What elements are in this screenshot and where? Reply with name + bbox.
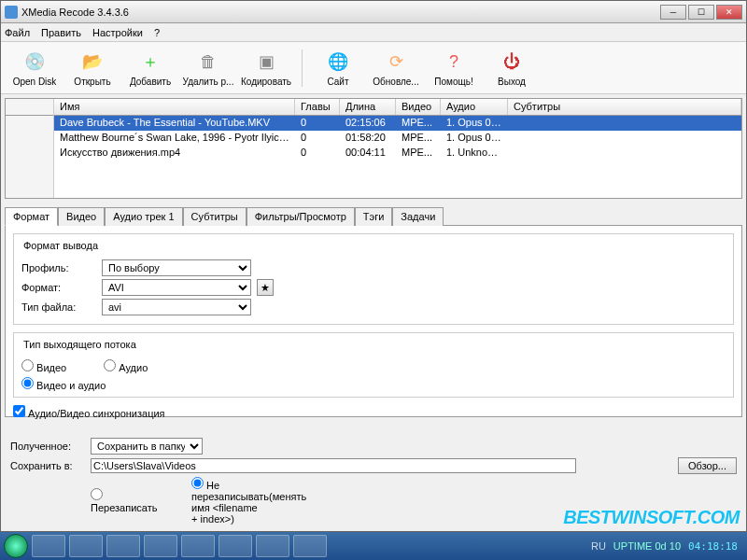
file-grid: Имя Главы Длина Видео Аудио Субтитры Dav…: [5, 98, 742, 199]
menu-file[interactable]: Файл: [5, 27, 30, 38]
profile-select[interactable]: По выбору: [102, 259, 251, 276]
profile-label: Профиль:: [21, 262, 96, 273]
toolbar-обновле...[interactable]: ⟳Обновле...: [370, 49, 422, 87]
toolbar-кодировать[interactable]: ▣Кодировать: [240, 49, 292, 87]
col-subs[interactable]: Субтитры: [508, 99, 741, 115]
toolbar-добавить[interactable]: ＋Добавить: [124, 49, 176, 87]
tab-3[interactable]: Субтитры: [183, 207, 247, 226]
grid-header: Имя Главы Длина Видео Аудио Субтитры: [54, 99, 741, 116]
taskbar-item[interactable]: [218, 535, 252, 557]
table-row[interactable]: Искусство движения.mp4000:04:11MPE...1. …: [54, 146, 741, 161]
tab-2[interactable]: Аудио трек 1: [105, 207, 182, 226]
tray-time: 04:18:18: [688, 540, 738, 553]
filetype-select[interactable]: avi: [102, 299, 251, 315]
maximize-button[interactable]: ☐: [688, 5, 714, 20]
favorite-button[interactable]: ★: [257, 279, 274, 296]
menubar: Файл Править Настройки ?: [1, 23, 746, 42]
tab-6[interactable]: Задачи: [392, 207, 444, 226]
tab-content-format: Формат вывода Профиль: По выбору Формат:…: [5, 225, 742, 417]
toolbar-удалить р...[interactable]: 🗑Удалить р...: [182, 49, 234, 87]
browse-button[interactable]: Обзор...: [678, 457, 737, 474]
tray-lang[interactable]: RU: [591, 540, 606, 552]
close-button[interactable]: ✕: [716, 5, 742, 20]
radio-both[interactable]: Видео и аудио: [21, 380, 106, 391]
taskbar-item[interactable]: [181, 535, 215, 557]
menu-edit[interactable]: Править: [41, 27, 81, 38]
window-title: XMedia Recode 3.4.3.6: [21, 7, 660, 18]
menu-settings[interactable]: Настройки: [92, 27, 143, 38]
taskbar-item[interactable]: [106, 535, 140, 557]
toolbar-выход[interactable]: ⏻Выход: [486, 49, 538, 87]
radio-no-overwrite[interactable]: Не перезаписывать(менять имя <filename +…: [191, 477, 266, 525]
taskbar-item[interactable]: [293, 535, 327, 557]
col-chapters[interactable]: Главы: [295, 99, 340, 115]
tab-4[interactable]: Фильтры/Просмотр: [247, 207, 355, 226]
taskbar-item[interactable]: [256, 535, 289, 557]
toolbar: 💿Open Disk📂Открыть＋Добавить🗑Удалить р...…: [1, 42, 746, 94]
tab-5[interactable]: Тэги: [355, 207, 393, 226]
saveto-label: Сохранить в:: [10, 460, 85, 471]
radio-overwrite[interactable]: Перезаписать: [91, 488, 165, 513]
saveto-input[interactable]: [91, 458, 576, 473]
menu-help[interactable]: ?: [154, 27, 160, 38]
toolbar-открыть[interactable]: 📂Открыть: [66, 49, 119, 87]
start-orb[interactable]: [4, 534, 28, 558]
minimize-button[interactable]: ─: [660, 5, 686, 20]
radio-audio[interactable]: Аудио: [104, 359, 148, 373]
taskbar-item[interactable]: [32, 535, 65, 557]
toolbar-помощь![interactable]: ?Помощь!: [428, 49, 480, 87]
taskbar-item[interactable]: [69, 535, 103, 557]
stream-type-legend: Тип выходящего потока: [21, 339, 138, 350]
filetype-label: Тип файла:: [21, 301, 96, 313]
toolbar-open disk[interactable]: 💿Open Disk: [8, 49, 61, 87]
watermark: BESTWINSOFT.COM: [563, 507, 740, 528]
taskbar: RU UPTIME 0d 10 04:18:18: [0, 532, 747, 560]
col-video[interactable]: Видео: [396, 99, 441, 115]
av-sync-checkbox[interactable]: Аудио/Видео синхронизация: [13, 408, 165, 419]
titlebar: XMedia Recode 3.4.3.6 ─ ☐ ✕: [1, 1, 746, 23]
format-select[interactable]: AVI: [102, 279, 251, 296]
received-select[interactable]: Сохранить в папку: [91, 438, 203, 455]
tab-0[interactable]: Формат: [5, 207, 58, 226]
radio-video[interactable]: Видео: [21, 359, 66, 373]
received-label: Полученное:: [10, 441, 85, 452]
output-format-legend: Формат вывода: [21, 240, 100, 251]
col-name[interactable]: Имя: [54, 99, 295, 115]
format-label: Формат:: [21, 282, 96, 293]
toolbar-сайт[interactable]: 🌐Сайт: [312, 49, 364, 87]
tab-1[interactable]: Видео: [58, 207, 105, 226]
app-icon: [5, 6, 18, 19]
taskbar-item[interactable]: [144, 535, 177, 557]
table-row[interactable]: Dave Brubeck - The Essential - YouTube.M…: [54, 116, 741, 131]
col-length[interactable]: Длина: [340, 99, 396, 115]
table-row[interactable]: Matthew Bourne´s Swan Lake, 1996 - Pyotr…: [54, 131, 741, 146]
col-audio[interactable]: Аудио: [441, 99, 508, 115]
tab-row: ФорматВидеоАудио трек 1СубтитрыФильтры/П…: [5, 206, 742, 225]
